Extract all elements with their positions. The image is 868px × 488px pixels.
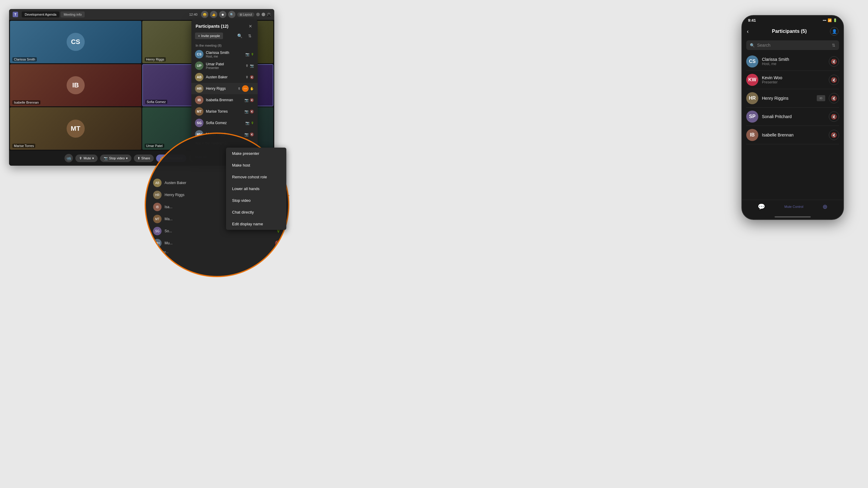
mute-button[interactable]: 🎙 Mute ▾ [75,155,97,162]
in-meeting-section-label: In the meeting (8) [191,42,258,48]
mobile-avatar-isabelle: IB [746,129,758,141]
mobile-mic-kevin[interactable]: 🔇 [829,75,839,85]
avatar-clarissa: CS [195,50,204,59]
search-participants-button[interactable]: 🔍 [236,32,244,40]
panel-actions: + Invite people 🔍 ⇅ [191,32,258,42]
context-menu-item-edit-display-name[interactable]: Edit display name [226,218,286,230]
participant-info-isabella: Isabella Brennan [206,98,242,102]
mobile-chat-icon: 💬 [758,203,765,210]
mobile-mic-isabelle[interactable]: 🔇 [829,130,839,140]
participant-row-austen[interactable]: AB Austen Baker 🎙 🔇 [191,71,258,83]
participant-row-sofia[interactable]: SG Sofia Gomez 📷 🎙 [191,117,258,129]
participant-row-isabella[interactable]: IB Isabella Brennan 📷 🔇 [191,94,258,106]
layout-button[interactable]: ⊞ Layout [237,12,254,17]
mic-muted-icon-isabella: 🔇 [250,98,254,102]
mobile-name-isabelle: Isabelle Brennan [762,133,825,137]
context-menu-item-stop-video[interactable]: Stop video [226,195,286,206]
share-button[interactable]: ⬆ Share [134,155,154,162]
participant-name-sofia: Sofia Gomez [206,121,243,125]
mobile-row-henry-r[interactable]: HR Henry Riggins ID 🔇 [746,89,839,107]
mobile-more-button[interactable]: ⊕ [823,203,828,210]
mobile-row-sonali[interactable]: SP Sonali Pritchard 🔇 [746,107,839,126]
mobile-name-sonali: Sonali Pritchard [762,114,825,119]
panel-close-button[interactable]: ✕ [247,23,253,29]
mobile-mic-sonali[interactable]: 🔇 [829,111,839,122]
mobile-role-kevin: Presenter [762,80,825,84]
cam-icon-umar: 📷 [250,64,254,68]
context-menu-item-lower-all-hands[interactable]: Lower all hands [226,183,286,195]
titlebar: T Development Agenda Meeting info 12:40 … [9,9,274,20]
cam-icon-sofia: 📷 [245,121,250,125]
record-icon[interactable]: ⏺ [219,11,226,18]
participant-info-sofia: Sofia Gomez [206,121,243,125]
mobile-search-bar[interactable]: 🔍 Search ⇅ [746,40,839,50]
invite-people-button[interactable]: + Invite people [195,33,223,39]
mobile-badge-henry-r: ID [817,95,825,101]
participant-info-austen: Austen Baker [206,75,243,79]
mobile-mute-control-button[interactable]: Mute Control [784,205,804,208]
participant-icons-isabella: 📷 🔇 [244,98,254,102]
reaction-icon[interactable]: 👍 [210,11,217,18]
tab-development-agenda[interactable]: Development Agenda [22,11,59,18]
mic-icon-sofia: 🎙 [251,121,254,125]
circle-avatar-austen: AB [153,178,161,187]
video-name-clarissa: Clarissa Smith [12,57,37,61]
tab-meeting-info[interactable]: Meeting info [61,11,85,18]
mobile-profile-icon[interactable]: 👤 [830,27,838,36]
mobile-mic-henry-r[interactable]: 🔇 [829,93,839,103]
battery-icon: 🔋 [833,19,837,22]
circle-mu-row: MH Mu... 🔇 [153,237,281,249]
close-button[interactable]: ✕ [267,13,271,16]
mobile-avatar-kevin: KW [746,74,758,86]
circle-avatar-em: EN [153,257,161,265]
participant-icons-austen: 🎙 🔇 [245,75,254,79]
participant-row-marise[interactable]: MT Marise Torres 📷 🔇 [191,106,258,117]
mobile-header: ‹ Participants (5) 👤 [742,25,843,38]
video-name-marise: Marise Torres [12,144,35,148]
mobile-chat-button[interactable]: 💬 [758,203,765,210]
mobile-row-kevin[interactable]: KW Kevin Woo Presenter 🔇 [746,71,839,89]
panel-title: Participants (12) [195,24,228,29]
avatar-sofia: SG [195,119,204,127]
titlebar-icons: 😀 👍 ⏺ 🔍 ⊞ Layout ✕ [201,11,271,18]
context-menu-item-remove-cohost[interactable]: Remove cohost role [226,171,286,183]
mobile-avatar-sonali: SP [746,110,758,123]
mobile-row-clarissa[interactable]: CS Clarissa Smith Host, me 🔇 [746,53,839,71]
cam-icon-isabella: 📷 [244,98,249,102]
mobile-mic-clarissa[interactable]: 🔇 [829,56,839,67]
context-menu-item-chat-directly[interactable]: Chat directly [226,206,286,218]
mobile-name-clarissa: Clarissa Smith [762,57,825,62]
context-menu-item-make-host[interactable]: Make host [226,159,286,171]
back-button[interactable]: ‹ [747,28,749,35]
video-cell-clarissa: CS Clarissa Smith [10,21,141,63]
camera-layout-button[interactable]: 📹 [64,154,73,162]
titlebar-tabs: Development Agenda Meeting info [22,11,186,18]
mobile-role-clarissa: Host, me [762,62,825,66]
minimize-button[interactable] [256,13,260,16]
mobile-row-isabelle[interactable]: IB Isabelle Brennan 🔇 [746,126,839,144]
participant-row-clarissa[interactable]: CS Clarissa Smith Host, me 📷 🎙 [191,48,258,60]
participant-row-umar[interactable]: UP Umar Patel Presenter 🎙 📷 [191,60,258,71]
circle-avatar-so: SG [153,227,161,235]
emoji-icon[interactable]: 😀 [201,11,208,18]
cam-icon-marise: 📷 [244,110,249,113]
mobile-info-henry-r: Henry Riggins [762,96,813,101]
sort-participants-button[interactable]: ⇅ [246,32,254,40]
stop-video-button[interactable]: 📷 Stop video ▾ [100,155,131,162]
participant-name-henry: Henry Riggs [206,87,235,91]
participant-row-henry[interactable]: HR Henry Riggs 🎙 ⋯ ✋ [191,83,258,94]
video-cell-marise: MT Marise Torres [10,107,141,150]
mic-icon-henry: 🎙 [238,87,241,90]
mobile-sort-icon[interactable]: ⇅ [832,43,835,47]
mic-muted-icon-murad: 🔇 [250,133,254,136]
context-menu-item-make-presenter[interactable]: Make presenter [226,148,286,159]
mobile-time: 9:41 [748,18,756,23]
search-icon[interactable]: 🔍 [228,11,236,18]
more-options-henry-button[interactable]: ⋯ [242,85,249,92]
participant-icons-sofia: 📷 🎙 [245,121,254,125]
maximize-button[interactable] [261,13,265,16]
avatar-marise: MT [195,107,204,116]
participant-icons-clarissa: 📷 🎙 [245,53,254,56]
circle-avatar-mu: MH [153,239,161,247]
circle-mu-label: Mu... [164,241,272,245]
